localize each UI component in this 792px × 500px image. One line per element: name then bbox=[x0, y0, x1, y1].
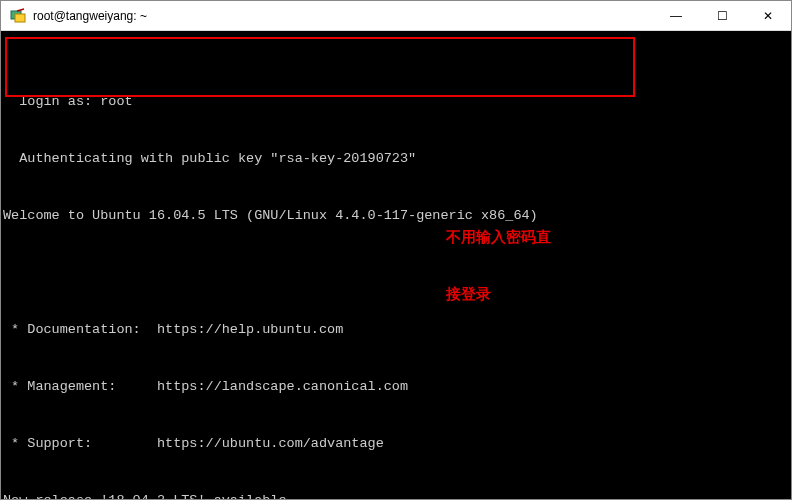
close-button[interactable]: ✕ bbox=[745, 1, 791, 30]
titlebar: root@tangweiyang: ~ — ☐ ✕ bbox=[1, 1, 791, 31]
svg-rect-1 bbox=[15, 14, 25, 22]
terminal-area[interactable]: login as: root Authenticating with publi… bbox=[1, 31, 791, 499]
highlight-box bbox=[5, 37, 635, 97]
terminal-line: New release '18.04.2 LTS' available. bbox=[3, 491, 789, 499]
terminal-line bbox=[3, 263, 789, 282]
minimize-button[interactable]: — bbox=[653, 1, 699, 30]
window-buttons: — ☐ ✕ bbox=[653, 1, 791, 30]
terminal-line: login as: root bbox=[3, 92, 789, 111]
putty-window: root@tangweiyang: ~ — ☐ ✕ login as: root… bbox=[0, 0, 792, 500]
terminal-line: * Management: https://landscape.canonica… bbox=[3, 377, 789, 396]
terminal-line: Authenticating with public key "rsa-key-… bbox=[3, 149, 789, 168]
terminal-line: * Support: https://ubuntu.com/advantage bbox=[3, 434, 789, 453]
annotation-line: 不用输入密码直 bbox=[446, 227, 551, 246]
putty-icon bbox=[9, 7, 27, 25]
maximize-button[interactable]: ☐ bbox=[699, 1, 745, 30]
terminal-line: * Documentation: https://help.ubuntu.com bbox=[3, 320, 789, 339]
annotation-line: 接登录 bbox=[446, 284, 551, 303]
svg-line-2 bbox=[17, 9, 24, 11]
terminal-line: Welcome to Ubuntu 16.04.5 LTS (GNU/Linux… bbox=[3, 206, 789, 225]
window-title: root@tangweiyang: ~ bbox=[33, 9, 653, 23]
